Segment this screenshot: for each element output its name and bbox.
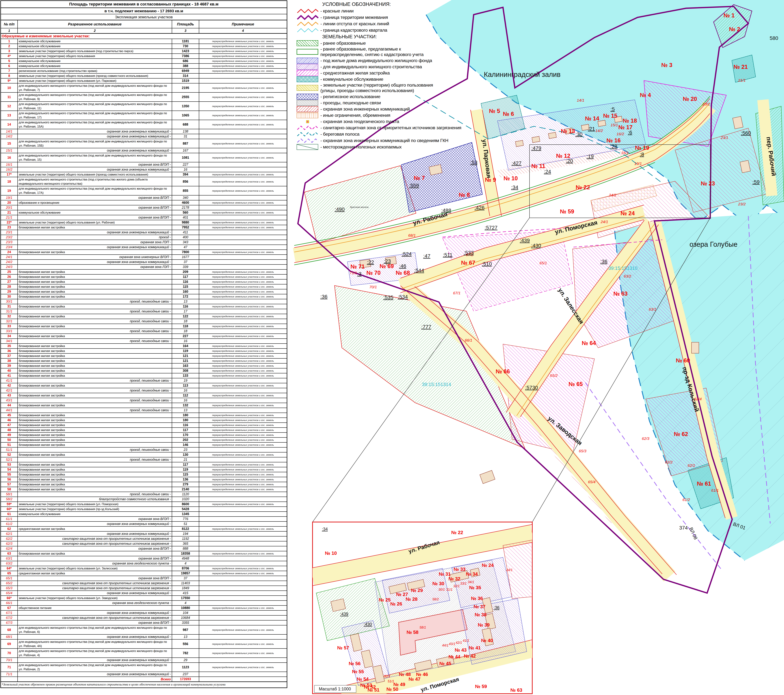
table-row: 65/2санитарно-защитная зона от приоритет… — [1, 581, 287, 586]
table-row: 33/1проезд, пешеходные связи -18 — [1, 329, 287, 334]
row-num: 51/1 — [1, 448, 18, 452]
map-label: № 10 — [325, 550, 337, 556]
map-label: № 21 — [733, 64, 748, 70]
row-num: 70 — [1, 649, 18, 657]
map-label: 68/1 — [408, 233, 416, 237]
row-note — [199, 677, 287, 682]
row-note — [199, 235, 287, 240]
row-note — [199, 458, 287, 462]
sw-blue-hatch-swatch-icon — [296, 58, 320, 64]
row-use: блокированная жилая застройка — [18, 280, 172, 284]
row-use: охранная зона ВЛЭП - — [18, 196, 172, 200]
row-use: для индивидуального жилищного строительс… — [18, 626, 172, 634]
row-num: 26 — [1, 275, 18, 279]
row-num: 58 — [1, 487, 18, 492]
row-note: перераспределение земельных участков и г… — [199, 39, 287, 44]
map-label: :8 — [640, 152, 644, 157]
row-num: 37 — [1, 354, 18, 358]
map-label: № 65 — [568, 381, 583, 387]
table-row: 31/1проезд, пешеходные связи -17 — [1, 309, 287, 314]
row-num: 61 — [1, 512, 18, 516]
row-use: охранная зона инженерных коммуникаций - — [18, 635, 172, 639]
row-area: 1065 — [172, 111, 199, 120]
row-use: блокированная жилая застройка — [18, 285, 172, 289]
row-num: 24/2 — [1, 260, 18, 264]
table-row: 22*земельные участки (территории) общего… — [1, 220, 287, 225]
table-row: 63/2охранная зона геодезического пункта … — [1, 561, 287, 566]
map-label: 16/2 — [617, 132, 624, 136]
map-label: № 14 — [585, 115, 599, 122]
table-row: 34блокированная жилая застройка227перера… — [1, 334, 287, 339]
row-note: перераспределение земельных участков и г… — [199, 649, 287, 657]
table-row: 23блокированная жилая застройка7952перер… — [1, 225, 287, 230]
row-note — [199, 658, 287, 662]
table-row: 20образование и просвещение4600перераспр… — [1, 201, 287, 205]
map-label: 67/1 — [453, 291, 461, 295]
map-label: № 66 — [496, 368, 510, 375]
map-label: 15/1 — [611, 123, 618, 127]
row-num: 15 — [1, 139, 18, 148]
map-label: 39:15:151314 — [422, 382, 451, 387]
row-area: 17550 — [172, 596, 199, 600]
table-row: 61коммунальное обслуживание1345 — [1, 512, 287, 517]
row-area: 343 — [172, 240, 199, 245]
map-label: :3 — [357, 271, 361, 277]
table-row: 25блокированная жилая застройка209перера… — [1, 270, 287, 275]
row-area: 8706 — [172, 566, 199, 571]
row-use: охранная зона ВЛЭП - — [18, 162, 172, 167]
table-row: 43блокированная жилая застройка112перера… — [1, 393, 287, 398]
row-area: 400 — [172, 235, 199, 240]
row-use: блокированная жилая застройка — [18, 275, 172, 279]
map-label: № 26 — [390, 601, 402, 607]
row-num: 24 — [1, 250, 18, 254]
map-label: 23/1 — [721, 135, 728, 140]
table-row: 60*земельные участки (территории) общего… — [1, 507, 287, 512]
row-area: 47 — [172, 245, 199, 249]
table-title: Площадь территории межевания в согласова… — [1, 1, 287, 8]
table-row: 56блокированная жилая застройка136перера… — [1, 477, 287, 482]
row-area: 13 — [172, 408, 199, 413]
colnum-4: 4 — [199, 28, 287, 33]
row-use: блокированная жилая застройка — [18, 477, 172, 482]
table-row: 7религиозное использование (под строител… — [1, 69, 287, 74]
row-area: 160 — [172, 289, 199, 294]
sw-green-outline-swatch-icon — [296, 49, 320, 55]
legend-item-label: - линии отступа от красных линий — [320, 21, 389, 26]
table-row: 40блокированная жилая застройка308перера… — [1, 369, 287, 374]
row-note — [199, 167, 287, 172]
table-row: 62среднеэтажная жилая застройка8122перер… — [1, 527, 287, 532]
row-note: перераспределение земельных участков и г… — [199, 289, 287, 294]
row-note — [199, 672, 287, 677]
table-row: 54блокированная жилая застройка119перера… — [1, 467, 287, 472]
row-num: 46 — [1, 418, 18, 422]
map-label: № 4 — [640, 92, 651, 98]
row-note — [199, 492, 287, 497]
row-note: перераспределение земельных участков и г… — [199, 285, 287, 289]
sw-green-hatch-swatch-icon — [296, 40, 320, 46]
map-label: № 44 — [448, 654, 461, 659]
row-num: 67/1 — [1, 611, 18, 615]
row-use: блокированная жилая застройка — [18, 225, 172, 230]
row-area: 104 — [172, 611, 199, 615]
row-note: перераспределение земельных участков и г… — [199, 527, 287, 531]
row-area: 9880 — [172, 220, 199, 225]
row-note: перераспределение земельных участков и г… — [199, 220, 287, 225]
row-use: для индивидуального жилищного строительс… — [18, 139, 172, 148]
row-note: перераспределение земельных участков и г… — [199, 566, 287, 571]
map-label: № 35 — [469, 585, 481, 590]
table-row: 58блокированная жилая застройка2140перер… — [1, 487, 287, 492]
sw-violet-hatch-swatch-icon — [296, 64, 320, 70]
row-use: блокированная жилая застройка — [18, 324, 172, 329]
map-label: № 3 — [661, 62, 672, 68]
row-num: 31 — [1, 304, 18, 309]
map-label: 39:15:151310 — [608, 265, 637, 271]
row-area: 19 — [172, 378, 199, 383]
row-use: охранная зона геодезического пункта - — [18, 561, 172, 566]
table-row: 46блокированная жилая застройка180перера… — [1, 418, 287, 423]
row-num: 31/1 — [1, 309, 18, 314]
row-note: перераспределение земельных участков и г… — [199, 418, 287, 422]
row-num: 68/1 — [1, 635, 18, 639]
row-use: охранная зона ЛЭП - — [18, 265, 172, 269]
row-use: среднеэтажная жилая застройка — [18, 527, 172, 531]
legend-item-label: - проезды, пешеходные связи — [320, 100, 381, 105]
